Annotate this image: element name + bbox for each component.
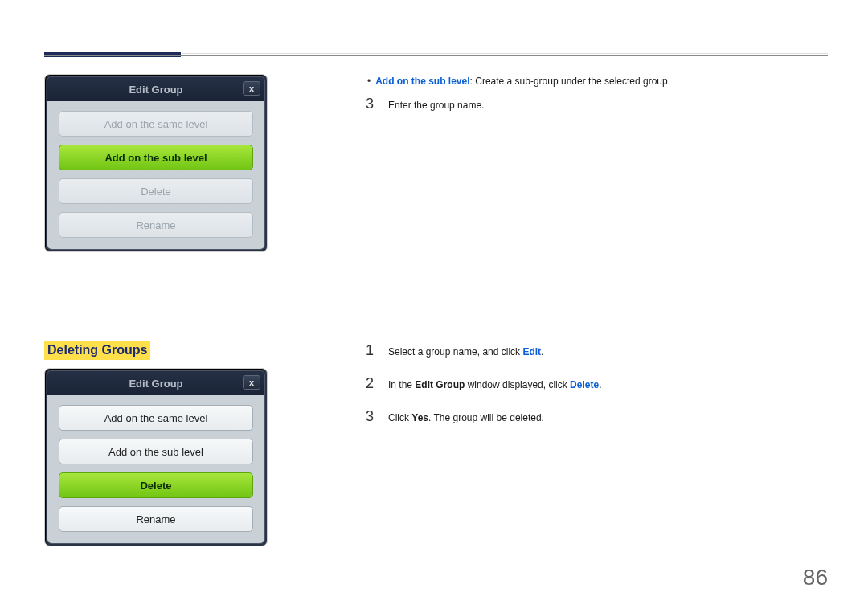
close-button[interactable]: x — [243, 375, 260, 390]
text: window displayed, click — [465, 379, 570, 390]
step-number: 3 — [366, 92, 375, 116]
page: Edit Group x Add on the same level Add o… — [0, 0, 868, 613]
delete-button[interactable]: Delete — [59, 178, 253, 204]
close-icon: x — [249, 84, 254, 93]
bullet-rest: : Create a sub-group under the selected … — [470, 76, 671, 87]
step-row: 1 Select a group name, and click Edit. — [366, 339, 824, 362]
instructions-top: • Add on the sub level: Create a sub-gro… — [366, 74, 824, 125]
dialog-titlebar: Edit Group x — [47, 371, 264, 395]
text: In the — [388, 379, 415, 390]
text: Select a group name, and click — [388, 346, 522, 358]
button-label: Delete — [140, 480, 171, 492]
text: Click — [388, 412, 411, 423]
button-label: Rename — [136, 513, 175, 525]
rename-button[interactable]: Rename — [59, 506, 253, 532]
section-deleting-groups: Deleting Groups Edit Group x Add on the … — [44, 341, 268, 546]
header-rule — [44, 55, 828, 56]
dialog-title: Edit Group — [47, 378, 264, 390]
step-number: 3 — [366, 405, 375, 428]
instructions-deleting: 1 Select a group name, and click Edit. 2… — [366, 339, 824, 437]
step-row: 3 Click Yes. The group will be deleted. — [366, 405, 824, 428]
button-label: Delete — [141, 186, 171, 198]
add-sub-level-button[interactable]: Add on the sub level — [59, 145, 253, 170]
rename-button[interactable]: Rename — [59, 212, 253, 238]
bullet-label: Add on the sub level — [375, 76, 469, 87]
link-edit: Edit — [522, 346, 541, 358]
dialog-title: Edit Group — [47, 84, 264, 96]
bold-yes: Yes — [411, 412, 428, 423]
step-text: In the Edit Group window displayed, clic… — [388, 378, 601, 393]
text: . The group will be deleted. — [428, 412, 544, 423]
bullet-icon: • — [366, 74, 371, 89]
screenshot-edit-group-add: Edit Group x Add on the same level Add o… — [44, 74, 269, 252]
close-button[interactable]: x — [243, 81, 260, 96]
step-number: 2 — [366, 372, 375, 395]
dialog-inner: Edit Group x Add on the same level Add o… — [47, 370, 265, 544]
text: . — [541, 346, 543, 358]
button-label: Rename — [136, 219, 175, 231]
dialog-body: Add on the same level Add on the sub lev… — [47, 101, 264, 249]
header-rule — [182, 53, 828, 54]
link-delete: Delete — [570, 379, 599, 390]
bullet-text: Add on the sub level: Create a sub-group… — [375, 74, 670, 89]
step-row: 2 In the Edit Group window displayed, cl… — [366, 372, 824, 395]
dialog-titlebar: Edit Group x — [47, 77, 264, 101]
button-label: Add on the same level — [104, 118, 208, 130]
step-row: 3 Enter the group name. — [366, 92, 824, 116]
bold-edit-group: Edit Group — [415, 379, 465, 390]
add-same-level-button[interactable]: Add on the same level — [59, 405, 253, 431]
close-icon: x — [249, 378, 254, 387]
step-text: Click Yes. The group will be deleted. — [388, 411, 544, 426]
dialog-body: Add on the same level Add on the sub lev… — [47, 395, 264, 543]
step-text: Enter the group name. — [388, 98, 484, 113]
button-label: Add on the sub level — [108, 446, 203, 458]
button-label: Add on the sub level — [104, 152, 207, 164]
dialog-edit-group: Edit Group x Add on the same level Add o… — [44, 74, 268, 252]
text: . — [599, 379, 601, 390]
delete-button[interactable]: Delete — [59, 472, 253, 498]
dialog-edit-group: Edit Group x Add on the same level Add o… — [44, 368, 268, 546]
add-sub-level-button[interactable]: Add on the sub level — [59, 439, 253, 464]
step-number: 1 — [366, 339, 375, 362]
button-label: Add on the same level — [104, 412, 208, 424]
step-text: Select a group name, and click Edit. — [388, 345, 543, 360]
header-accent-bar — [44, 52, 181, 57]
bullet-item: • Add on the sub level: Create a sub-gro… — [366, 74, 824, 89]
add-same-level-button[interactable]: Add on the same level — [59, 111, 253, 137]
dialog-inner: Edit Group x Add on the same level Add o… — [47, 76, 265, 250]
page-number: 86 — [803, 565, 828, 591]
section-heading: Deleting Groups — [44, 341, 150, 360]
